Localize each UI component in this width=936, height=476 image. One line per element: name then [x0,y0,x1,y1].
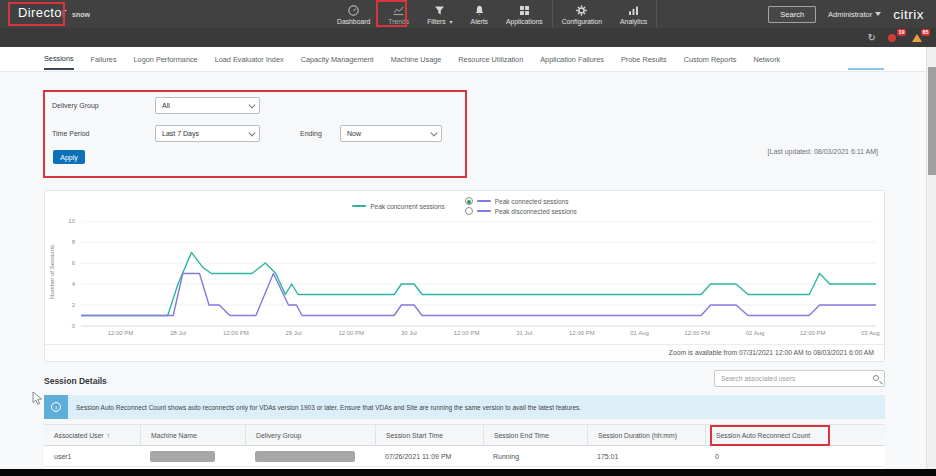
ending-dropdown[interactable]: Now [340,125,442,142]
x-tick-label: 29 Jul [286,330,302,336]
legend-item[interactable]: Peak concurrent sessions [352,197,444,215]
sessions-chart-card: Peak concurrent sessionsPeak connected s… [44,190,885,362]
x-tick-label: 02 Aug [746,330,765,336]
legend-item[interactable]: Peak disconnected sessions [465,207,577,215]
nav-item-applications[interactable]: Applications [497,0,552,28]
nav-item-label: Trends [388,18,409,25]
nav-item-label: Configuration [562,18,602,25]
scrollbar-thumb[interactable] [928,67,936,175]
vertical-scrollbar[interactable] [926,47,936,469]
critical-dot-icon [888,34,896,42]
legend-swatch [352,205,366,207]
info-banner: i Session Auto Reconnect Count shows aut… [44,395,885,419]
column-header-associated-user[interactable]: Associated User↑ [44,425,140,445]
nav-item-configuration[interactable]: Configuration [553,0,611,28]
nav-item-dashboard[interactable]: Dashboard [328,0,379,28]
nav-item-filters[interactable]: Filters ▾ [418,0,461,28]
tab-logon-performance[interactable]: Logon Performance [134,49,198,69]
x-tick-label: 12:00 PM [223,330,249,336]
tab-resource-utilization[interactable]: Resource Utilization [458,49,523,69]
sort-ascending-icon: ↑ [107,432,111,439]
magnifier-icon[interactable] [873,375,879,381]
y-tick-label: 4 [59,281,75,287]
search-associated-users-box[interactable] [714,370,885,387]
user-menu-label: Administrator [828,10,872,19]
column-header-delivery-group[interactable]: Delivery Group [245,425,375,445]
column-header-session-end-time[interactable]: Session End Time [483,425,587,445]
sessions-line-chart[interactable] [81,221,876,328]
citrix-logo: citrix [893,7,924,22]
bell-icon [473,4,486,17]
chevron-down-icon [875,12,881,16]
tab-machine-usage[interactable]: Machine Usage [391,49,442,69]
y-tick-label: 2 [59,302,75,308]
nav-item-label: Filters ▾ [427,18,452,25]
tab-capacity-management[interactable]: Capacity Management [301,49,374,69]
tab-custom-reports[interactable]: Custom Reports [684,49,737,69]
warning-alerts-icon[interactable]: 65 [912,32,924,44]
x-tick-label: 12:00 PM [108,330,134,336]
column-header-session-auto-reconnect-count[interactable]: Session Auto Reconnect Count [705,425,885,445]
column-header-session-start-time[interactable]: Session Start Time [375,425,483,445]
user-menu[interactable]: Administrator [828,10,881,19]
y-tick-label: 6 [59,260,75,266]
topbar-right: Search Administrator citrix [768,0,924,28]
legend-radio-group: Peak connected sessionsPeak disconnected… [465,197,577,215]
table-row[interactable]: user107/26/2021 11:09 PMRunning175:010 [44,446,885,467]
x-tick-label: 12:00 PM [338,330,364,336]
ending-label: Ending [300,130,322,137]
legend-radio-unselected[interactable] [465,207,473,215]
redacted-value-bar [150,451,215,462]
nav-item-trends[interactable]: Trends [379,0,418,28]
time-period-value: Last 7 Days [162,130,199,137]
nav-item-alerts[interactable]: Alerts [462,0,497,28]
tab-load-evaluator-index[interactable]: Load Evaluator Index [215,49,284,69]
tab-scroll-indicator[interactable] [848,68,884,70]
nav-item-analytics[interactable]: Analytics [611,0,656,28]
legend-radio-selected[interactable] [465,197,473,205]
cell-session-start-time: 07/26/2021 11:09 PM [375,446,483,466]
critical-alerts-icon[interactable]: 19 [888,32,900,44]
tab-application-failures[interactable]: Application Failures [540,49,604,69]
column-header-machine-name[interactable]: Machine Name [140,425,245,445]
y-tick-label: 0 [59,323,75,329]
cell-delivery-group [245,446,375,466]
y-tick-label: 10 [59,218,75,224]
session-details-title: Session Details [44,376,107,386]
tab-failures[interactable]: Failures [91,49,117,69]
secondary-bar: ↻ 19 65 [0,28,936,47]
nav-item-label: Applications [506,18,543,25]
x-tick-label: 12:00 PM [684,330,710,336]
legend-swatch [477,200,491,202]
redacted-value-bar [255,451,355,462]
tab-sessions[interactable]: Sessions [44,48,74,70]
chevron-down-icon [430,130,436,136]
ending-value: Now [347,130,361,137]
citrix-director-app: Director snow DashboardTrendsFilters ▾Al… [0,0,936,476]
y-tick-label: 8 [59,239,75,245]
nav-item-label: Analytics [620,18,647,25]
delivery-group-dropdown[interactable]: All [155,97,260,114]
chevron-down-icon [248,102,254,108]
time-period-label: Time Period [52,130,89,137]
trends-icon [392,4,405,17]
legend-item[interactable]: Peak connected sessions [465,197,577,205]
legend-label: Peak concurrent sessions [370,203,444,210]
apply-button[interactable]: Apply [53,150,85,164]
tab-network[interactable]: Network [753,49,780,69]
tab-probe-results[interactable]: Probe Results [621,49,667,69]
content-area: SessionsFailuresLogon PerformanceLoad Ev… [0,47,926,476]
chevron-down-icon [248,130,254,136]
director-logo[interactable]: Director [18,5,67,20]
last-updated-text: [Last updated: 08/03/2021 6:11 AM] [768,148,878,155]
info-icon: i [44,395,68,419]
refresh-icon[interactable]: ↻ [868,33,876,43]
time-period-dropdown[interactable]: Last 7 Days [155,125,260,142]
trends-tab-bar: SessionsFailuresLogon PerformanceLoad Ev… [0,47,926,72]
search-associated-users-input[interactable] [721,372,861,385]
x-tick-label: 31 Jul [516,330,532,336]
x-tick-label: 12:00 PM [800,330,826,336]
x-tick-label: 30 Jul [401,330,417,336]
column-header-session-duration-hh-mm-[interactable]: Session Duration (hh:mm) [587,425,705,445]
search-button[interactable]: Search [768,6,816,23]
